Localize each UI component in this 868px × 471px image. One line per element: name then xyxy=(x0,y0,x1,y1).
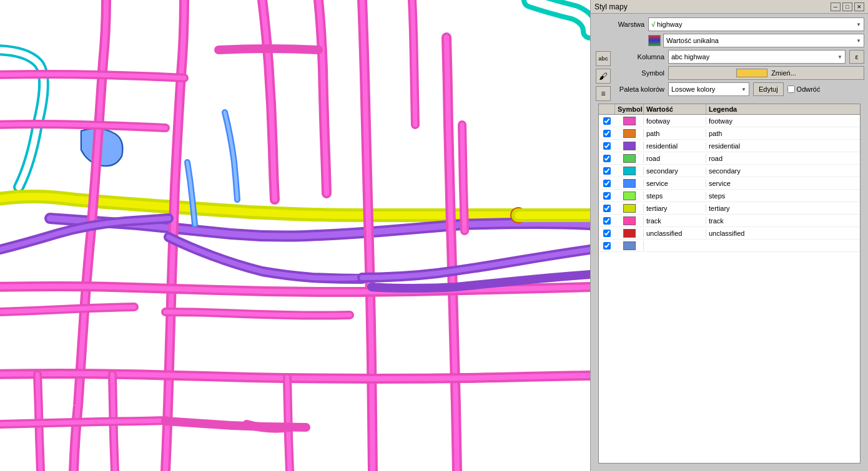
row-swatch-4 xyxy=(623,167,636,175)
row-legenda-7: tertiary xyxy=(706,205,860,212)
row-wartosc-9: unclassified xyxy=(644,230,706,237)
table-row[interactable]: track track xyxy=(599,215,860,227)
kolumna-dropdown[interactable]: abc highway ▼ xyxy=(668,50,846,64)
row-swatch-1 xyxy=(623,129,636,138)
table-row[interactable]: secondary secondary xyxy=(599,165,860,177)
map-canvas[interactable] xyxy=(0,0,590,471)
row-legenda-9: unclassified xyxy=(706,230,860,237)
symbol-color-swatch xyxy=(736,69,767,77)
th-check xyxy=(599,104,615,114)
row-swatch-2 xyxy=(623,142,636,150)
row-legenda-5: service xyxy=(706,180,860,187)
row-checkbox-3[interactable] xyxy=(603,155,611,162)
maximize-button[interactable]: □ xyxy=(842,2,852,11)
row-swatch-9 xyxy=(623,229,636,238)
row-wartosc-5: service xyxy=(644,180,706,187)
wartosc-icon xyxy=(648,35,661,46)
epsilon-button[interactable]: ε xyxy=(849,50,864,64)
panel-titlebar: Styl mapy ─ □ ✕ xyxy=(591,0,868,14)
table-rows: footway footway path path residential re… xyxy=(599,115,860,252)
row-legenda-3: road xyxy=(706,155,860,162)
th-symbol: Symbol xyxy=(615,104,644,114)
warstwa-label: Warstwa xyxy=(594,21,644,28)
table-header: Symbol Wartość Legenda xyxy=(599,104,860,115)
table-row[interactable]: service service xyxy=(599,177,860,190)
table-row[interactable]: footway footway xyxy=(599,115,860,127)
panel-content: Warstwa √ highway ▼ Wartość unikalna ▼ xyxy=(591,14,868,471)
paleta-row: Paleta kolorów Losowe kolory ▼ Edytuj Od… xyxy=(614,82,864,96)
row-checkbox-2[interactable] xyxy=(603,142,611,150)
row-legenda-6: steps xyxy=(706,192,860,200)
row-swatch-0 xyxy=(623,117,636,125)
row-wartosc-3: road xyxy=(644,155,706,162)
warstwa-row: Warstwa √ highway ▼ xyxy=(594,17,864,31)
row-checkbox-8[interactable] xyxy=(603,217,611,225)
wartosc-dropdown[interactable]: Wartość unikalna ▼ xyxy=(663,34,864,47)
legend-table: Symbol Wartość Legenda footway footway p… xyxy=(598,104,861,464)
warstwa-dropdown[interactable]: √ highway ▼ xyxy=(648,17,864,31)
row-wartosc-0: footway xyxy=(644,117,706,125)
warstwa-arrow-icon: ▼ xyxy=(856,22,861,27)
kolumna-label: Kolumna xyxy=(614,53,664,61)
symbol-row: Symbol Zmień... xyxy=(614,66,864,80)
abc-icon-btn[interactable]: abc xyxy=(596,51,611,66)
row-swatch-10 xyxy=(623,241,636,250)
kolumna-arrow-icon: ▼ xyxy=(837,54,842,60)
minimize-button[interactable]: ─ xyxy=(831,2,841,11)
side-icons: abc 🖌 ≡ xyxy=(594,50,612,101)
th-wartosc: Wartość xyxy=(644,104,706,114)
table-row[interactable]: path path xyxy=(599,127,860,140)
warstwa-check-icon: √ xyxy=(651,21,655,28)
th-legenda: Legenda xyxy=(706,104,860,114)
row-checkbox-10[interactable] xyxy=(603,242,611,250)
paleta-arrow-icon: ▼ xyxy=(741,87,746,92)
row-swatch-5 xyxy=(623,179,636,188)
titlebar-controls: ─ □ ✕ xyxy=(831,2,864,11)
style-panel: Styl mapy ─ □ ✕ Warstwa √ highway ▼ xyxy=(590,0,868,471)
row-wartosc-6: steps xyxy=(644,192,706,200)
form-area: abc 🖌 ≡ Kolumna abc highway ▼ xyxy=(594,50,864,101)
row-checkbox-0[interactable] xyxy=(603,117,611,125)
row-wartosc-7: tertiary xyxy=(644,205,706,212)
table-row[interactable]: residential residential xyxy=(599,140,860,152)
row-legenda-2: residential xyxy=(706,142,860,150)
odwroc-row: Odwróć xyxy=(787,85,821,93)
row-checkbox-4[interactable] xyxy=(603,167,611,175)
row-checkbox-5[interactable] xyxy=(603,180,611,187)
row-legenda-1: path xyxy=(706,130,860,137)
kolumna-value: abc highway xyxy=(671,53,709,61)
row-legenda-4: secondary xyxy=(706,167,860,175)
row-legenda-8: track xyxy=(706,217,860,225)
row-legenda-0: footway xyxy=(706,117,860,125)
table-row[interactable]: unclassified unclassified xyxy=(599,227,860,240)
close-button[interactable]: ✕ xyxy=(854,2,864,11)
table-icon-btn[interactable]: ≡ xyxy=(596,86,611,101)
row-wartosc-8: track xyxy=(644,217,706,225)
row-swatch-8 xyxy=(623,216,636,225)
table-row[interactable] xyxy=(599,240,860,252)
row-checkbox-9[interactable] xyxy=(603,230,611,237)
paleta-label: Paleta kolorów xyxy=(614,85,664,93)
paleta-dropdown[interactable]: Losowe kolory ▼ xyxy=(668,82,749,96)
paint-icon-btn[interactable]: 🖌 xyxy=(596,69,611,84)
row-wartosc-1: path xyxy=(644,130,706,137)
form-fields: Kolumna abc highway ▼ ε Symbol Zmień... xyxy=(614,50,864,101)
wartosc-arrow-icon: ▼ xyxy=(856,38,861,44)
row-swatch-7 xyxy=(623,204,636,213)
table-row[interactable]: steps steps xyxy=(599,190,860,202)
edytuj-button[interactable]: Edytuj xyxy=(753,82,784,96)
row-checkbox-6[interactable] xyxy=(603,192,611,200)
odwroc-checkbox[interactable] xyxy=(787,85,795,93)
row-checkbox-7[interactable] xyxy=(603,205,611,212)
row-wartosc-2: residential xyxy=(644,142,706,150)
row-wartosc-4: secondary xyxy=(644,167,706,175)
row-swatch-3 xyxy=(623,154,636,163)
table-row[interactable]: tertiary tertiary xyxy=(599,202,860,215)
panel-title: Styl mapy xyxy=(594,2,628,11)
symbol-button[interactable]: Zmień... xyxy=(668,66,864,80)
wartosc-row: Wartość unikalna ▼ xyxy=(594,34,864,47)
row-checkbox-1[interactable] xyxy=(603,130,611,137)
wartosc-value: Wartość unikalna xyxy=(666,37,719,44)
table-row[interactable]: road road xyxy=(599,152,860,165)
kolumna-row: Kolumna abc highway ▼ ε xyxy=(614,50,864,64)
